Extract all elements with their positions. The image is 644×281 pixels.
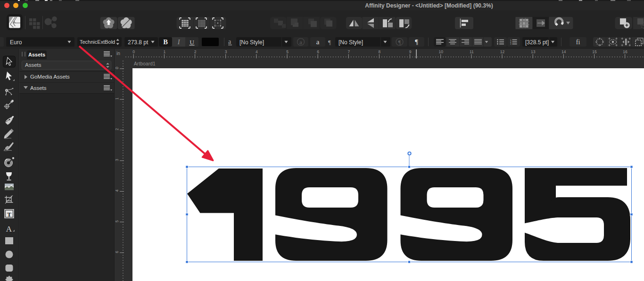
svg-text:6: 6 — [317, 49, 319, 54]
svg-text:3: 3 — [115, 159, 119, 161]
svg-text:2: 2 — [194, 49, 197, 54]
svg-text:2: 2 — [115, 128, 119, 130]
svg-text:Artboard1: Artboard1 — [134, 61, 156, 66]
svg-text:0: 0 — [115, 67, 119, 69]
svg-text:7: 7 — [347, 49, 350, 54]
svg-text:1: 1 — [164, 49, 166, 54]
svg-text:14: 14 — [561, 49, 566, 54]
svg-text:3: 3 — [225, 49, 227, 54]
svg-text:0: 0 — [132, 49, 135, 54]
svg-text:6: 6 — [115, 251, 119, 253]
svg-text:1: 1 — [115, 97, 119, 100]
svg-text:10: 10 — [438, 49, 443, 54]
svg-text:13: 13 — [531, 49, 536, 54]
svg-text:in: in — [116, 51, 120, 56]
svg-text:9: 9 — [409, 49, 412, 54]
svg-text:4: 4 — [115, 189, 119, 192]
svg-text:11: 11 — [470, 49, 474, 54]
svg-text:8: 8 — [379, 49, 381, 54]
svg-text:5: 5 — [286, 49, 289, 54]
svg-text:12: 12 — [500, 49, 505, 54]
svg-text:16: 16 — [623, 49, 627, 54]
svg-text:4: 4 — [256, 49, 258, 54]
svg-text:15: 15 — [592, 49, 597, 54]
svg-text:5: 5 — [115, 220, 119, 222]
